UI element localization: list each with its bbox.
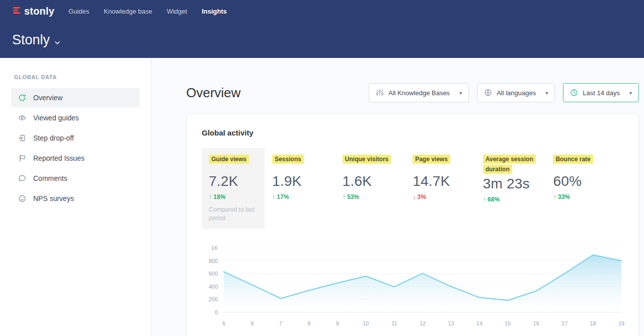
- svg-text:800: 800: [209, 257, 218, 263]
- metric-page-views[interactable]: Page views 14.7K ↓ 3%: [413, 148, 483, 207]
- sidebar-item-label: Comments: [33, 174, 67, 182]
- nav-item-widget[interactable]: Widget: [167, 8, 187, 15]
- sidebar-item-reported-issues[interactable]: Reported Issues: [11, 149, 140, 168]
- top-nav: Guides Knowledge base Widget Insights: [68, 8, 227, 15]
- up-arrow-icon: ↑: [272, 193, 275, 200]
- top-navbar: stonly Guides Knowledge base Widget Insi…: [0, 0, 644, 58]
- sidebar: GLOBAL DATA Overview Viewed guides Step …: [0, 58, 151, 336]
- sidebar-item-nps-surveys[interactable]: NPS surveys: [11, 189, 140, 208]
- chart-area: 02004006008001K5678910111213141516171819: [202, 242, 623, 332]
- workspace-caret-icon[interactable]: [55, 38, 60, 47]
- sidebar-item-overview[interactable]: Overview: [11, 88, 140, 107]
- chevron-down-icon: ▾: [545, 90, 548, 96]
- stonly-logo-icon: [12, 6, 21, 17]
- svg-text:12: 12: [420, 320, 426, 326]
- svg-text:19: 19: [618, 320, 624, 326]
- sidebar-item-label: Step drop-off: [33, 134, 74, 142]
- chevron-down-icon: ▾: [459, 90, 462, 96]
- nav-item-guides[interactable]: Guides: [68, 8, 89, 15]
- metric-label: Page views: [413, 155, 450, 164]
- sidebar-item-label: Viewed guides: [33, 114, 79, 122]
- metric-value: 1.9K: [272, 173, 336, 189]
- metric-value: 7.2K: [209, 173, 258, 189]
- up-arrow-icon: ↑: [483, 196, 486, 203]
- svg-text:5: 5: [222, 320, 225, 326]
- filters-bar: All Knowledge Bases ▾ All languages ▾ La…: [369, 83, 639, 102]
- svg-text:16: 16: [533, 320, 539, 326]
- sidebar-item-step-drop-off[interactable]: Step drop-off: [11, 128, 140, 148]
- svg-text:6: 6: [251, 320, 254, 326]
- metric-compare-note: Compared to last period: [209, 206, 258, 223]
- svg-text:600: 600: [209, 271, 218, 277]
- global-activity-card: Global activity Guide views 7.2K ↑ 18% C…: [186, 114, 639, 336]
- main-content: Overview All Knowledge Bases ▾ All langu…: [151, 58, 644, 336]
- metric-guide-views[interactable]: Guide views 7.2K ↑ 18% Compared to last …: [202, 148, 265, 229]
- language-filter-dropdown[interactable]: All languages ▾: [477, 83, 555, 102]
- sidebar-item-viewed-guides[interactable]: Viewed guides: [11, 108, 140, 127]
- date-range-filter-dropdown[interactable]: Last 14 days ▾: [563, 83, 639, 102]
- svg-text:7: 7: [279, 320, 282, 326]
- language-filter-value: All languages: [497, 89, 536, 97]
- smiley-icon: [18, 194, 26, 203]
- svg-text:8: 8: [307, 320, 310, 326]
- page-title: Overview: [186, 85, 240, 101]
- comment-bubble-icon: [18, 174, 26, 182]
- date-range-filter-value: Last 14 days: [583, 89, 620, 97]
- eye-icon: [18, 114, 26, 122]
- svg-text:1K: 1K: [211, 245, 218, 251]
- overview-refresh-icon: [18, 94, 26, 102]
- metric-change: ↑ 18%: [209, 193, 258, 200]
- svg-text:18: 18: [590, 320, 596, 326]
- metric-average-session-duration[interactable]: Average session duration 3m 23s ↑ 68%: [483, 148, 553, 209]
- metric-change: ↑ 53%: [343, 193, 406, 200]
- nav-item-knowledge-base[interactable]: Knowledge base: [104, 8, 152, 15]
- document-exit-icon: [18, 134, 26, 142]
- card-title: Global activity: [202, 128, 623, 137]
- svg-text:13: 13: [448, 320, 454, 326]
- svg-text:200: 200: [209, 296, 218, 302]
- sidebar-item-label: Reported Issues: [33, 154, 85, 162]
- global-activity-chart: 02004006008001K5678910111213141516171819: [202, 242, 624, 330]
- metric-value: 60%: [553, 173, 616, 189]
- svg-text:14: 14: [476, 320, 482, 326]
- knowledge-base-filter-dropdown[interactable]: All Knowledge Bases ▾: [369, 83, 469, 102]
- metric-change: ↑ 17%: [272, 193, 336, 200]
- knowledge-base-filter-value: All Knowledge Bases: [388, 89, 450, 97]
- stonly-logo[interactable]: stonly: [12, 6, 54, 17]
- metric-bounce-rate[interactable]: Bounce rate 60% ↑ 33%: [553, 148, 623, 207]
- up-arrow-icon: ↑: [209, 193, 212, 200]
- svg-text:15: 15: [505, 320, 511, 326]
- workspace-title[interactable]: Stonly: [12, 32, 50, 48]
- globe-icon: [484, 89, 492, 97]
- metric-value: 1.6K: [343, 173, 406, 189]
- chevron-down-icon: ▾: [629, 90, 632, 96]
- metrics-row: Guide views 7.2K ↑ 18% Compared to last …: [202, 148, 623, 229]
- metric-unique-visitors[interactable]: Unique visitors 1.6K ↑ 53%: [343, 148, 413, 207]
- svg-text:9: 9: [336, 320, 339, 326]
- metric-label: Average session duration: [483, 155, 536, 174]
- sidebar-item-label: NPS surveys: [33, 194, 74, 203]
- up-arrow-icon: ↑: [553, 193, 556, 200]
- sidebar-item-label: Overview: [33, 94, 62, 102]
- metric-sessions[interactable]: Sessions 1.9K ↑ 17%: [272, 148, 343, 207]
- metric-change: ↓ 3%: [413, 193, 476, 200]
- metric-value: 3m 23s: [483, 176, 546, 192]
- svg-text:0: 0: [215, 309, 218, 315]
- metric-label: Guide views: [209, 155, 249, 164]
- flag-icon: [18, 154, 26, 162]
- svg-text:17: 17: [561, 320, 568, 326]
- nav-item-insights[interactable]: Insights: [202, 8, 227, 15]
- metric-change: ↑ 33%: [553, 193, 616, 200]
- svg-text:11: 11: [391, 320, 397, 326]
- sidebar-section-title: GLOBAL DATA: [0, 74, 151, 80]
- sidebar-item-comments[interactable]: Comments: [11, 169, 140, 188]
- metric-label: Unique visitors: [343, 155, 391, 164]
- svg-text:10: 10: [363, 320, 369, 326]
- logo-text: stonly: [24, 6, 54, 17]
- svg-text:400: 400: [209, 283, 218, 289]
- metric-label: Bounce rate: [553, 155, 593, 164]
- metric-value: 14.7K: [413, 173, 476, 189]
- sliders-filter-icon: [376, 89, 384, 97]
- clock-icon: [570, 89, 578, 97]
- metric-change: ↑ 68%: [483, 196, 546, 203]
